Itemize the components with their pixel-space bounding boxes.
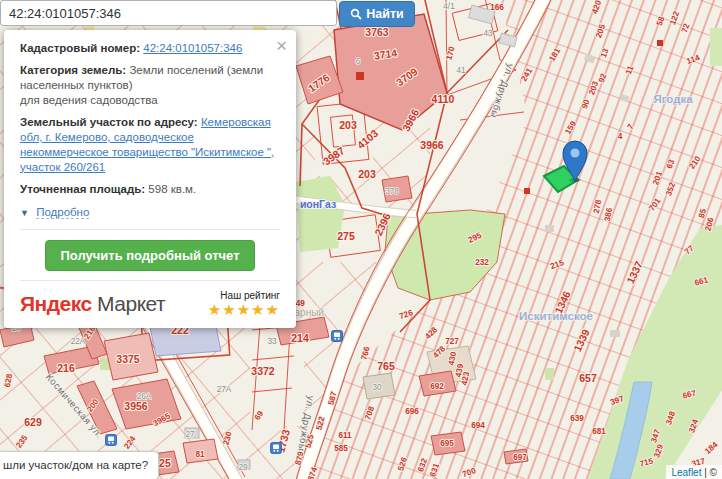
close-icon[interactable]: × [276, 36, 287, 55]
map-label: 166 [490, 3, 504, 12]
cadastral-map-app: { "search": { "value": "42:24:0101057:34… [0, 0, 722, 479]
cadastral-number-label: Кадастровый номер: [20, 42, 140, 54]
map-label: 629 [24, 416, 42, 428]
map-label: 585 [334, 444, 348, 453]
map-label: 3372 [251, 365, 275, 377]
land-category-row: Категория земель: Земли поселений (земли… [20, 63, 280, 108]
bus-stop-icon [332, 331, 343, 342]
map-label: 27 [185, 430, 195, 439]
map-label: 81 [195, 450, 205, 459]
map-label: 27А [217, 385, 232, 394]
map-label: 216 [57, 362, 75, 374]
map-label: 3966 [420, 139, 444, 151]
map-label: 692 [430, 382, 444, 391]
map-helper-search[interactable]: шли участок/дом на карте? [0, 451, 159, 479]
address-row: Земельный участок по адресу: Кемеровская… [20, 115, 280, 175]
land-category-extra: для ведения садоводства [20, 94, 158, 106]
map-label: 4110 [432, 93, 455, 105]
map-label: 639 [570, 414, 584, 423]
area-label: Уточненная площадь: [20, 183, 145, 195]
map-label: 696 [405, 407, 419, 416]
star-rating-icon: ★★★★★ [208, 302, 280, 319]
cadastral-search-input[interactable] [0, 0, 337, 26]
yandex-market-logo[interactable]: Яндекс Маркет [20, 290, 165, 317]
map-label: 4/1 [443, 2, 455, 11]
cadastral-number-link[interactable]: 42:24:0101057:346 [143, 42, 242, 54]
search-button[interactable]: Найти [339, 1, 415, 27]
map-label: 611 [338, 431, 352, 440]
map-label: 3375 [116, 353, 140, 365]
bus-stop-icon [271, 443, 282, 454]
divider [20, 229, 280, 230]
details-link[interactable]: Подробно [36, 206, 89, 219]
map-label: 275 [337, 230, 355, 242]
attribution-sep: | © [701, 467, 717, 478]
search-button-label: Найти [366, 7, 403, 21]
map-label: 727 [445, 337, 459, 346]
popup-footer: Яндекс Маркет Наш рейтинг ★★★★★ [20, 281, 280, 328]
map-label: 4 [618, 132, 623, 141]
map-label: 697 [513, 453, 527, 462]
map-label: 30 [372, 383, 382, 392]
cadastral-number-row: Кадастровый номер: 42:24:0101057:346 [20, 41, 280, 56]
brand-market: Маркет [97, 292, 165, 315]
rating-block: Наш рейтинг ★★★★★ [208, 289, 280, 319]
map-label: 3763 [365, 26, 389, 38]
map-helper-text: шли участок/дом на карте? [3, 459, 148, 471]
map-label: 22А [71, 337, 86, 346]
map-label: 26А [137, 392, 152, 401]
map-label: 765 [377, 360, 395, 372]
parcel-info-popup: × Кадастровый номер: 42:24:0101057:346 К… [4, 30, 296, 328]
address-label: Земельный участок по адресу: [20, 116, 198, 128]
details-row: ▼ Подробно [20, 205, 280, 220]
map-label: 41 [456, 66, 466, 75]
map-label: 6 [356, 57, 361, 66]
map-label: 214 [291, 332, 309, 344]
map-label: 378 [385, 187, 399, 196]
map-label: 29 [238, 463, 248, 472]
land-category-label: Категория земель: [20, 64, 126, 76]
map-label: ионГаз [300, 198, 336, 210]
map-label: 203 [339, 119, 357, 131]
map-label: 681 [592, 427, 606, 436]
area-value: 598 кв.м. [148, 183, 196, 195]
report-button[interactable]: Получить подробный отчет [45, 240, 255, 271]
map-label: 694 [471, 421, 485, 430]
map-attribution: Leaflet | © [666, 465, 722, 479]
map-label: 695 [440, 439, 454, 448]
map-label: 3956 [124, 400, 148, 412]
map-label: 43 [483, 29, 493, 38]
leaflet-link[interactable]: Leaflet [671, 467, 701, 478]
area-row: Уточненная площадь: 598 кв.м. [20, 182, 280, 197]
map-label: Ягодка [653, 93, 693, 105]
map-label: 203 [358, 168, 376, 180]
search-icon [350, 8, 362, 20]
brand-yandex: Яндекс [20, 292, 92, 315]
map-label: Искитимское [519, 310, 593, 322]
map-label: 33 [267, 337, 277, 346]
map-label: 657 [579, 372, 597, 384]
chevron-down-icon: ▼ [20, 208, 29, 218]
map-label: 232 [475, 258, 489, 267]
bus-stop-icon [106, 435, 117, 446]
